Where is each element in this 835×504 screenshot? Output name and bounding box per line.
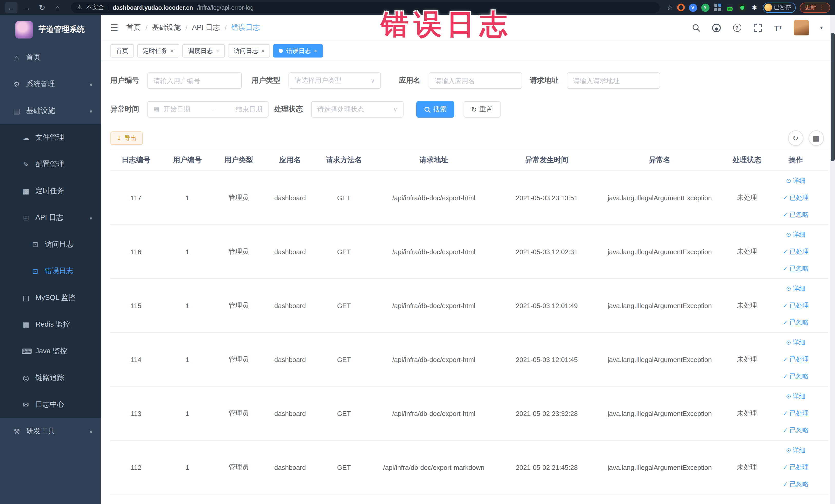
breadcrumb-home[interactable]: 首页	[126, 23, 141, 32]
date-range-picker[interactable]: ▦ 开始日期 - 结束日期	[147, 101, 268, 118]
leaf-extension-icon[interactable]	[738, 3, 746, 12]
app-name-input[interactable]	[429, 73, 522, 89]
refresh-button[interactable]: ↻	[788, 130, 803, 146]
request-url-input[interactable]	[567, 73, 660, 89]
check-icon: ✓	[782, 248, 788, 255]
url-domain: dashboard.yudao.iocoder.cn	[113, 4, 193, 11]
processed-link[interactable]: ✓已处理	[782, 297, 809, 314]
help-icon[interactable]: ?	[732, 23, 742, 33]
search-button[interactable]: 搜索	[416, 101, 454, 118]
fullscreen-icon[interactable]	[752, 23, 762, 33]
tab-item[interactable]: 访问日志×	[228, 44, 270, 58]
ignored-link[interactable]: ✓已忽略	[782, 206, 809, 223]
scrollbar-thumb[interactable]	[830, 33, 834, 161]
row-actions: ⊙详细✓已处理✓已忽略	[773, 280, 819, 331]
tab-item[interactable]: 定时任务×	[137, 44, 179, 58]
process-status-select[interactable]: 请选择处理状态 ∨	[311, 101, 404, 118]
sidebar-item-access-log[interactable]: ⊡访问日志	[0, 231, 101, 258]
sidebar-item-devtools[interactable]: ⚒研发工具∨	[0, 418, 101, 445]
sidebar-item-trace[interactable]: ◎链路追踪	[0, 365, 101, 391]
ignored-link[interactable]: ✓已忽略	[782, 476, 809, 493]
search-icon[interactable]	[691, 23, 701, 33]
processed-link[interactable]: ✓已处理	[782, 405, 809, 422]
detail-link[interactable]: ⊙详细	[786, 388, 806, 405]
tab-item[interactable]: 调度日志×	[183, 44, 225, 58]
detail-link[interactable]: ⊙详细	[786, 280, 806, 297]
sidebar-item-error-log[interactable]: ⊡错误日志	[0, 258, 101, 284]
user-avatar[interactable]	[793, 20, 809, 36]
scrollbar-track[interactable]	[830, 15, 835, 504]
tab-active-item[interactable]: 错误日志×	[273, 44, 323, 58]
green-y-extension-icon[interactable]: Y	[701, 3, 709, 12]
sidebar-item-api-log[interactable]: ⊞API 日志∧	[0, 204, 101, 231]
sidebar-item-home[interactable]: ⌂首页	[0, 44, 101, 71]
detail-link[interactable]: ⊙详细	[786, 334, 806, 351]
sidebar-item-infrastructure[interactable]: ▤基础设施∧	[0, 98, 101, 124]
font-size-icon[interactable]: TT	[773, 23, 783, 33]
close-icon[interactable]: ×	[314, 48, 317, 54]
hamburger-icon[interactable]: ☰	[110, 22, 118, 33]
cell-id: 117	[110, 194, 162, 202]
sidebar-item-scheduled-job[interactable]: ▦定时任务	[0, 178, 101, 204]
sidebar-item-label: 文件管理	[36, 133, 64, 142]
row-actions: ⊙详细✓已处理✓已忽略	[773, 226, 819, 277]
processed-link[interactable]: ✓已处理	[782, 351, 809, 368]
grid-extension-icon[interactable]	[713, 3, 721, 12]
sidebar-item-label: MySQL 监控	[36, 293, 76, 302]
sidebar-logo-row[interactable]: 芋道管理系统	[0, 15, 101, 44]
address-bar[interactable]: ⚠ 不安全 dashboard.yudao.iocoder.cn /infra/…	[71, 2, 660, 13]
config-manage-icon: ✎	[22, 160, 30, 168]
update-button[interactable]: 更新 ⋮	[799, 2, 830, 13]
pin-extension-icon[interactable]: ✱	[750, 3, 758, 12]
proxy-on-extension-icon[interactable]: on	[726, 3, 734, 12]
user-type-select[interactable]: 请选择用户类型 ∨	[288, 73, 381, 89]
detail-link[interactable]: ⊙详细	[786, 172, 806, 189]
browser-forward-icon[interactable]: →	[21, 2, 33, 13]
tab-item[interactable]: 首页	[110, 44, 134, 58]
processed-link[interactable]: ✓已处理	[782, 243, 809, 260]
bookmark-star-icon[interactable]: ☆	[667, 4, 673, 11]
ignored-link[interactable]: ✓已忽略	[782, 368, 809, 385]
ignored-link[interactable]: ✓已忽略	[782, 422, 809, 439]
reset-button[interactable]: ↻ 重置	[464, 101, 501, 118]
check-icon: ✓	[782, 211, 788, 218]
browser-back-icon[interactable]: ←	[5, 2, 18, 13]
sidebar-item-mysql-monitor[interactable]: ◫MySQL 监控	[0, 284, 101, 311]
address-divider	[108, 4, 108, 11]
detail-link[interactable]: ⊙详细	[786, 226, 806, 243]
sidebar-item-file-manage[interactable]: ☁文件管理	[0, 124, 101, 151]
browser-home-icon[interactable]: ⌂	[51, 2, 64, 13]
file-manage-icon: ☁	[22, 134, 30, 142]
action-label: 详细	[793, 338, 806, 347]
close-icon[interactable]: ×	[216, 48, 219, 54]
close-icon[interactable]: ×	[261, 48, 265, 54]
cell-user_id: 1	[162, 409, 213, 417]
ignored-link[interactable]: ✓已忽略	[782, 260, 809, 277]
profile-paused-chip[interactable]: 已暂停	[762, 2, 795, 13]
sidebar-item-java-monitor[interactable]: ⌨Java 监控	[0, 338, 101, 365]
sidebar-item-log-center[interactable]: ✉日志中心	[0, 391, 101, 418]
date-end-placeholder: 结束日期	[218, 105, 262, 114]
cell-status: 未处理	[721, 409, 773, 418]
detail-link[interactable]: ⊙详细	[786, 442, 806, 459]
processed-link[interactable]: ✓已处理	[782, 189, 809, 206]
github-icon[interactable]	[711, 23, 721, 33]
close-icon[interactable]: ×	[170, 48, 174, 54]
browser-menu-icon[interactable]: ⋮	[819, 4, 825, 11]
chevron-down-icon[interactable]: ▼	[819, 25, 824, 30]
processed-link[interactable]: ✓已处理	[782, 459, 809, 476]
browser-reload-icon[interactable]: ↻	[36, 2, 48, 13]
breadcrumb-api-log[interactable]: API 日志	[192, 23, 220, 32]
export-button[interactable]: ↧ 导出	[110, 132, 143, 145]
sidebar-item-redis-monitor[interactable]: ▥Redis 监控	[0, 311, 101, 338]
sidebar-item-system-manage[interactable]: ⚙系统管理∨	[0, 71, 101, 98]
cell-exception: java.lang.IllegalArgumentException	[598, 302, 721, 309]
orange-ring-extension-icon[interactable]	[677, 4, 685, 11]
user-id-input[interactable]	[147, 73, 242, 89]
ignored-link[interactable]: ✓已忽略	[782, 314, 809, 331]
sidebar-item-config-manage[interactable]: ✎配置管理	[0, 151, 101, 178]
column-settings-button[interactable]: ▥	[808, 130, 824, 146]
breadcrumb-infra[interactable]: 基础设施	[152, 23, 181, 32]
shield-extension-icon[interactable]: V	[689, 3, 697, 12]
sidebar-item-label: Java 监控	[36, 347, 67, 356]
